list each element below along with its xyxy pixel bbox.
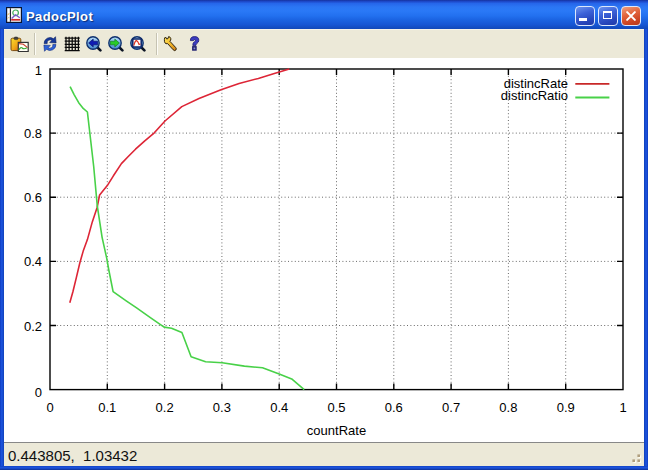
svg-text:0.8: 0.8 — [499, 400, 517, 415]
svg-text:0.3: 0.3 — [213, 400, 231, 415]
svg-text:0.2: 0.2 — [24, 319, 42, 334]
svg-text:0.6: 0.6 — [385, 400, 403, 415]
svg-text:0.2: 0.2 — [156, 400, 174, 415]
svg-text:0.5: 0.5 — [327, 400, 345, 415]
svg-text:0: 0 — [35, 385, 42, 400]
svg-text:0.7: 0.7 — [442, 400, 460, 415]
svg-text:0.8: 0.8 — [24, 126, 42, 141]
svg-text:countRate: countRate — [307, 423, 366, 438]
svg-text:0.4: 0.4 — [270, 400, 288, 415]
svg-text:1: 1 — [35, 63, 42, 78]
svg-text:0: 0 — [46, 400, 53, 415]
svg-text:0.1: 0.1 — [98, 400, 116, 415]
svg-text:distincRatio: distincRatio — [501, 88, 568, 103]
svg-text:0.4: 0.4 — [24, 254, 42, 269]
svg-text:0.9: 0.9 — [557, 400, 575, 415]
svg-text:1: 1 — [619, 400, 626, 415]
svg-text:0.6: 0.6 — [24, 190, 42, 205]
